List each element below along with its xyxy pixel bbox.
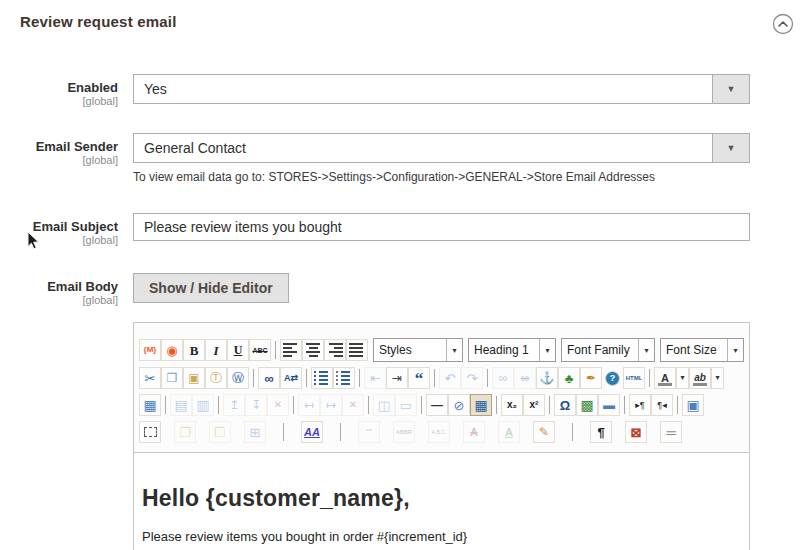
- insert-layer-button[interactable]: [139, 421, 161, 443]
- insert-media-button[interactable]: ▩: [576, 394, 598, 416]
- align-center-button[interactable]: [302, 339, 324, 361]
- cleanup-button[interactable]: ✒: [580, 367, 602, 389]
- delete-row-button: ✕: [267, 394, 289, 416]
- font-size-select-arrow-icon[interactable]: ▾: [727, 339, 743, 361]
- align-left-button[interactable]: [280, 339, 302, 361]
- enabled-select-arrow-icon[interactable]: ▼: [712, 75, 749, 103]
- insert-widget-button[interactable]: ◉: [161, 339, 183, 361]
- insert-image-button[interactable]: ♣: [558, 367, 580, 389]
- styles-select-arrow-icon[interactable]: ▾: [446, 339, 462, 361]
- background-color-button[interactable]: ab: [689, 367, 711, 389]
- text-color-arrow[interactable]: ▾: [676, 367, 689, 389]
- unlink-button: ∞: [514, 367, 536, 389]
- toolbar-separator: [359, 369, 360, 387]
- background-color-arrow[interactable]: ▾: [711, 367, 724, 389]
- citation-button: “”: [358, 421, 380, 443]
- horizontal-rule-button[interactable]: —: [426, 394, 448, 416]
- rtl-button[interactable]: ¶◂: [651, 394, 673, 416]
- toolbar-separator: [253, 369, 254, 387]
- nonbreaking-button[interactable]: ⊠: [625, 421, 647, 443]
- align-justify-button[interactable]: [346, 339, 368, 361]
- email-sender-label: Email Sender: [0, 139, 118, 154]
- help-button[interactable]: ?: [605, 371, 620, 386]
- paste-word-button[interactable]: Ⓦ: [227, 367, 249, 389]
- italic-button[interactable]: I: [205, 339, 227, 361]
- toolbar-row-1: {M}◉BIUABCStyles▾Heading 1▾Font Family▾F…: [139, 338, 744, 362]
- strikethrough-button[interactable]: ABC: [249, 339, 271, 361]
- insert-variable-button[interactable]: {M}: [139, 339, 161, 361]
- advanced-hr-button[interactable]: ▬: [598, 394, 620, 416]
- email-body-heading: Hello {customer_name},: [142, 485, 741, 512]
- styles-select[interactable]: Styles▾: [373, 338, 463, 362]
- page-break-button[interactable]: ═: [660, 421, 682, 443]
- font-size-select-value: Font Size: [661, 339, 727, 361]
- email-sender-note: To view email data go to: STORES->Settin…: [133, 170, 750, 184]
- toolbar-row-3: ▦▤▥↥↧✕↤↦✕◫▭—⊘▦x₂x²Ω▩▬▸¶¶◂▣: [139, 394, 744, 416]
- heading-select[interactable]: Heading 1▾: [468, 338, 556, 362]
- indent-button[interactable]: ⇥: [386, 367, 408, 389]
- toolbar-separator: [293, 396, 294, 414]
- show-hide-editor-button[interactable]: Show / Hide Editor: [133, 273, 289, 303]
- toolbar-row-4: ❐❐⊞AA“”ABBRA.B.C.AA✎¶⊠═: [139, 421, 744, 443]
- visual-chars-button[interactable]: ¶: [590, 421, 612, 443]
- blockquote-button[interactable]: “: [408, 367, 430, 389]
- section-header: Review request email: [0, 0, 804, 35]
- redo-button: ↷: [461, 367, 483, 389]
- enabled-select[interactable]: Yes ▼: [133, 74, 750, 104]
- toolbar-separator: [283, 423, 284, 441]
- html-source-button[interactable]: HTML: [623, 367, 645, 389]
- heading-select-value: Heading 1: [469, 339, 539, 361]
- deletion-button: A: [463, 421, 485, 443]
- subscript-button[interactable]: x₂: [501, 394, 523, 416]
- chevron-up-icon: [772, 23, 794, 38]
- cut-button[interactable]: ✂: [139, 367, 161, 389]
- attributes-button[interactable]: ✎: [533, 421, 555, 443]
- delete-col-button: ✕: [342, 394, 364, 416]
- copy-button[interactable]: ❐: [161, 367, 183, 389]
- anchor-button[interactable]: ⚓: [536, 367, 558, 389]
- paste-button[interactable]: ▣: [183, 367, 205, 389]
- editor-content-area[interactable]: Hello {customer_name}, Please review ite…: [134, 452, 749, 550]
- toolbar-separator: [306, 369, 307, 387]
- ltr-button[interactable]: ▸¶: [629, 394, 651, 416]
- email-body-label: Email Body: [0, 279, 118, 294]
- email-sender-scope: [global]: [0, 154, 118, 167]
- remove-format-button[interactable]: ⊘: [448, 394, 470, 416]
- email-sender-select[interactable]: General Contact ▼: [133, 133, 750, 163]
- underline-button[interactable]: U: [227, 339, 249, 361]
- toolbar-separator: [649, 369, 650, 387]
- toolbar-separator: [165, 396, 166, 414]
- toggle-blocks-button[interactable]: ▣: [682, 394, 704, 416]
- special-char-button[interactable]: Ω: [554, 394, 576, 416]
- numbered-list-button[interactable]: [333, 367, 355, 389]
- find-button[interactable]: ∞: [258, 367, 280, 389]
- visual-aid-button[interactable]: ▦: [470, 394, 492, 416]
- heading-select-arrow-icon[interactable]: ▾: [539, 339, 555, 361]
- toolbar-separator: [275, 341, 276, 359]
- insert-table-button[interactable]: ▦: [139, 394, 161, 416]
- bullet-list-button[interactable]: [311, 367, 333, 389]
- superscript-button[interactable]: x²: [523, 394, 545, 416]
- email-body-scope: [global]: [0, 294, 118, 307]
- font-family-select[interactable]: Font Family▾: [561, 338, 655, 362]
- find-replace-button[interactable]: A⇄: [280, 367, 302, 389]
- email-subject-input[interactable]: [133, 213, 750, 241]
- outdent-button: ⇤: [364, 367, 386, 389]
- align-right-button[interactable]: [324, 339, 346, 361]
- email-sender-select-value: General Contact: [134, 134, 712, 162]
- style-props-button[interactable]: AA: [301, 421, 323, 443]
- field-row-email-body: Email Body [global] Show / Hide Editor {…: [0, 273, 804, 550]
- email-sender-select-arrow-icon[interactable]: ▼: [712, 134, 749, 162]
- toolbar-separator: [624, 396, 625, 414]
- toolbar-separator: [572, 423, 573, 441]
- abbreviation-button: ABBR: [393, 421, 415, 443]
- toolbar-separator: [421, 396, 422, 414]
- font-size-select[interactable]: Font Size▾: [660, 338, 744, 362]
- font-family-select-arrow-icon[interactable]: ▾: [638, 339, 654, 361]
- styles-select-value: Styles: [374, 339, 446, 361]
- bold-button[interactable]: B: [183, 339, 205, 361]
- toolbar-separator: [487, 369, 488, 387]
- text-color-button[interactable]: A: [654, 367, 676, 389]
- paste-text-button[interactable]: Ⓣ: [205, 367, 227, 389]
- collapse-section-button[interactable]: [772, 13, 794, 35]
